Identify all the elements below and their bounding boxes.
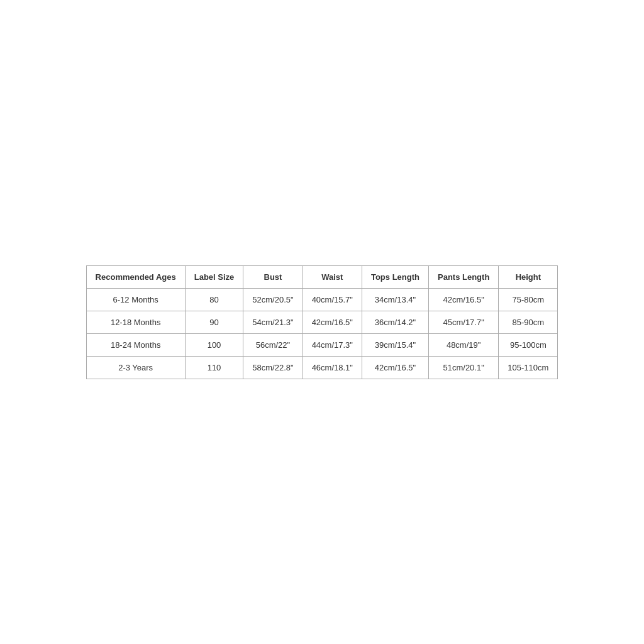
header-tops-length: Tops Length <box>362 265 428 288</box>
table-row: 6-12 Months8052cm/20.5"40cm/15.7"34cm/13… <box>86 288 558 311</box>
cell-height: 75-80cm <box>499 288 558 311</box>
cell-waist: 44cm/17.3" <box>303 333 362 356</box>
cell-bust: 58cm/22.8" <box>243 356 303 379</box>
cell-pants-length: 42cm/16.5" <box>428 288 498 311</box>
cell-recommended-ages: 12-18 Months <box>86 311 185 333</box>
size-chart-container: Recommended Ages Label Size Bust Waist T… <box>86 265 558 379</box>
cell-tops-length: 34cm/13.4" <box>362 288 428 311</box>
header-height: Height <box>499 265 558 288</box>
header-waist: Waist <box>303 265 362 288</box>
table-header-row: Recommended Ages Label Size Bust Waist T… <box>86 265 558 288</box>
cell-label-size: 100 <box>185 333 243 356</box>
header-recommended-ages: Recommended Ages <box>86 265 185 288</box>
cell-height: 105-110cm <box>499 356 558 379</box>
cell-tops-length: 39cm/15.4" <box>362 333 428 356</box>
cell-label-size: 90 <box>185 311 243 333</box>
header-bust: Bust <box>243 265 303 288</box>
cell-recommended-ages: 18-24 Months <box>86 333 185 356</box>
table-row: 2-3 Years11058cm/22.8"46cm/18.1"42cm/16.… <box>86 356 558 379</box>
cell-label-size: 80 <box>185 288 243 311</box>
header-label-size: Label Size <box>185 265 243 288</box>
cell-waist: 42cm/16.5" <box>303 311 362 333</box>
size-chart-table: Recommended Ages Label Size Bust Waist T… <box>86 265 558 379</box>
cell-waist: 46cm/18.1" <box>303 356 362 379</box>
cell-bust: 52cm/20.5" <box>243 288 303 311</box>
table-row: 18-24 Months10056cm/22"44cm/17.3"39cm/15… <box>86 333 558 356</box>
cell-waist: 40cm/15.7" <box>303 288 362 311</box>
cell-recommended-ages: 2-3 Years <box>86 356 185 379</box>
cell-pants-length: 51cm/20.1" <box>428 356 498 379</box>
cell-pants-length: 45cm/17.7" <box>428 311 498 333</box>
cell-tops-length: 42cm/16.5" <box>362 356 428 379</box>
header-pants-length: Pants Length <box>428 265 498 288</box>
cell-label-size: 110 <box>185 356 243 379</box>
cell-bust: 54cm/21.3" <box>243 311 303 333</box>
cell-bust: 56cm/22" <box>243 333 303 356</box>
cell-pants-length: 48cm/19" <box>428 333 498 356</box>
table-row: 12-18 Months9054cm/21.3"42cm/16.5"36cm/1… <box>86 311 558 333</box>
cell-height: 85-90cm <box>499 311 558 333</box>
cell-tops-length: 36cm/14.2" <box>362 311 428 333</box>
cell-height: 95-100cm <box>499 333 558 356</box>
cell-recommended-ages: 6-12 Months <box>86 288 185 311</box>
